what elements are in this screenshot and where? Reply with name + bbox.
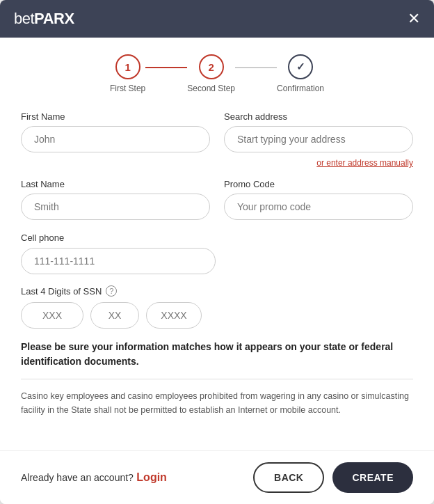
- login-link[interactable]: Login: [136, 471, 167, 483]
- last-name-label: Last Name: [21, 179, 210, 189]
- ssn-label: Last 4 Digits of SSN: [21, 286, 102, 297]
- ssn-inputs: [21, 302, 413, 329]
- ssn-input-3[interactable]: [146, 302, 202, 329]
- footer-buttons: BACK CREATE: [253, 462, 413, 493]
- search-address-label: Search address: [224, 111, 413, 122]
- form-content: First Name Search address or enter addre…: [0, 104, 434, 450]
- promo-code-col: Promo Code: [224, 179, 413, 220]
- promo-code-label: Promo Code: [224, 179, 413, 189]
- logo-prefix: bet: [14, 10, 34, 27]
- modal-container: betPARX ✕ 1 First Step 2 Second Step ✓ C…: [0, 0, 434, 504]
- logo: betPARX: [14, 10, 74, 28]
- step-1-number: 1: [124, 61, 130, 73]
- step-2-label: Second Step: [187, 84, 235, 93]
- row-1: First Name Search address or enter addre…: [21, 111, 413, 168]
- enter-address-manually-link[interactable]: or enter address manually: [224, 158, 413, 168]
- promo-code-input[interactable]: [224, 194, 413, 220]
- step-line-1: [145, 67, 187, 68]
- logo-bold: PARX: [34, 10, 74, 27]
- search-address-input[interactable]: [224, 126, 413, 152]
- cell-phone-row: Cell phone: [21, 231, 413, 274]
- step-1: 1 First Step: [110, 54, 145, 93]
- step-1-circle: 1: [115, 54, 140, 79]
- first-name-label: First Name: [21, 111, 210, 122]
- ssn-row: Last 4 Digits of SSN ?: [21, 285, 413, 329]
- cell-phone-input[interactable]: [21, 248, 216, 274]
- last-name-input[interactable]: [21, 194, 210, 220]
- back-button[interactable]: BACK: [253, 462, 324, 493]
- cell-phone-label: Cell phone: [21, 233, 64, 243]
- header: betPARX ✕: [0, 0, 434, 38]
- step-line-2: [235, 67, 277, 68]
- already-account: Already have an account? Login: [21, 471, 167, 484]
- search-address-col: Search address or enter address manually: [224, 111, 413, 168]
- ssn-label-row: Last 4 Digits of SSN ?: [21, 285, 413, 297]
- already-text: Already have an account?: [21, 472, 134, 483]
- row-2: Last Name Promo Code: [21, 179, 413, 220]
- ssn-input-2[interactable]: [90, 302, 139, 329]
- footer: Already have an account? Login BACK CREA…: [0, 450, 434, 504]
- step-3-label: Confirmation: [277, 84, 324, 93]
- step-2: 2 Second Step: [187, 54, 235, 93]
- step-3-circle: ✓: [288, 54, 313, 79]
- first-name-col: First Name: [21, 111, 210, 168]
- ssn-input-1[interactable]: [21, 302, 83, 329]
- step-2-number: 2: [208, 61, 214, 73]
- step-2-circle: 2: [199, 54, 224, 79]
- close-button[interactable]: ✕: [408, 11, 420, 26]
- step-1-label: First Step: [110, 84, 145, 93]
- step-3-icon: ✓: [296, 61, 305, 73]
- stepper: 1 First Step 2 Second Step ✓ Confirmatio…: [0, 38, 434, 104]
- id-notice: Please be sure your information matches …: [21, 340, 413, 369]
- step-3: ✓ Confirmation: [277, 54, 324, 93]
- ssn-help-icon[interactable]: ?: [106, 285, 117, 297]
- first-name-input[interactable]: [21, 126, 210, 152]
- last-name-col: Last Name: [21, 179, 210, 220]
- disclaimer-text: Casino key employees and casino employee…: [21, 389, 413, 417]
- create-button[interactable]: CREATE: [332, 462, 413, 493]
- divider: [21, 379, 413, 379]
